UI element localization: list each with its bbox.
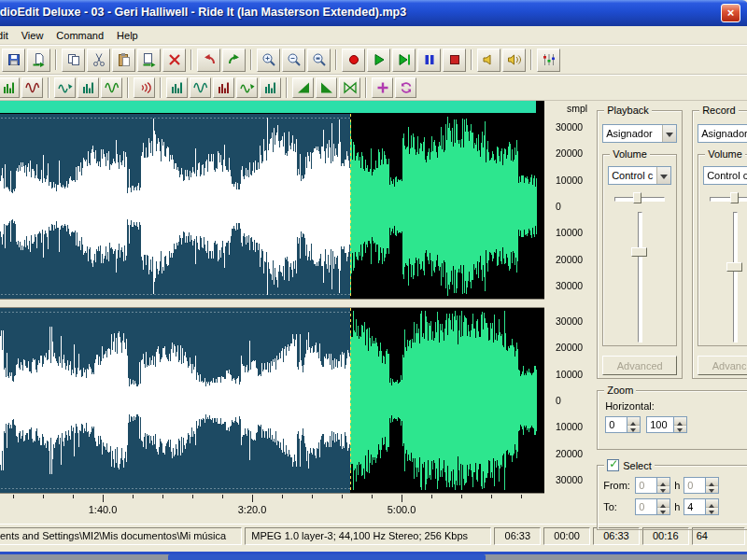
- menu-view[interactable]: View: [15, 28, 50, 43]
- toolbar-separator: [55, 49, 57, 70]
- eq-icon: [263, 80, 278, 95]
- record-volume-slider[interactable]: [725, 212, 745, 343]
- waveform-area: 1:40.03:20.05:00.0: [0, 101, 544, 524]
- select-to-minutes-spinner[interactable]: 4: [684, 498, 719, 515]
- fade-out-button[interactable]: [316, 77, 337, 98]
- zoom-selection-button[interactable]: [307, 49, 331, 72]
- select-checkbox[interactable]: [607, 459, 619, 471]
- effect-eq-5-button[interactable]: [260, 77, 281, 98]
- spin-value: 0: [635, 477, 657, 494]
- playback-advanced-button[interactable]: Advanced: [602, 356, 677, 375]
- paste-button[interactable]: [112, 49, 135, 72]
- spin-up-icon[interactable]: [627, 417, 640, 426]
- record-volume-device-combo[interactable]: Control c: [703, 166, 747, 185]
- insert-button[interactable]: [372, 77, 393, 98]
- scale-tick-label: 30000: [544, 281, 587, 290]
- slider-thumb[interactable]: [726, 262, 742, 272]
- cut-button[interactable]: [87, 49, 110, 72]
- playback-volume-device-combo[interactable]: Control c: [608, 166, 671, 185]
- slider-thumb[interactable]: [633, 192, 641, 203]
- monitor-button[interactable]: [502, 49, 526, 72]
- playback-volume-group: Volume Control c: [602, 154, 677, 346]
- record-button[interactable]: [342, 49, 365, 72]
- delete-icon: [167, 52, 182, 67]
- mixer-button[interactable]: [537, 49, 560, 72]
- fade-in-button[interactable]: [292, 77, 314, 98]
- effect-wave-6-button[interactable]: [236, 77, 258, 98]
- paste-mix-button[interactable]: [137, 49, 161, 72]
- spin-up-icon[interactable]: [657, 478, 669, 486]
- spin-up-icon[interactable]: [706, 478, 718, 486]
- record-volume-group: Volume Control c: [698, 154, 747, 346]
- close-button[interactable]: ×: [721, 4, 740, 22]
- control-panel: Playback Asignador Volume Control c: [587, 101, 747, 524]
- select-to-label: To:: [603, 501, 631, 512]
- timeline-ruler[interactable]: 1:40.03:20.05:00.0: [0, 493, 544, 524]
- timeline-minor-tick: [133, 495, 134, 498]
- dropdown-arrow-icon[interactable]: [662, 125, 676, 142]
- zoom-out-button[interactable]: [282, 49, 305, 72]
- effect-eq-4-button[interactable]: [213, 77, 234, 98]
- copy-button[interactable]: [62, 49, 85, 72]
- zoom-scale-spinner[interactable]: 100: [646, 416, 687, 433]
- effect-eq-3-button[interactable]: [166, 77, 188, 98]
- timeline-minor-tick: [222, 495, 223, 498]
- zoom-value-spinner[interactable]: 0: [605, 416, 641, 433]
- pause-button[interactable]: [417, 49, 441, 72]
- menu-command[interactable]: Command: [49, 28, 110, 43]
- eq-icon: [170, 80, 185, 95]
- volume-button[interactable]: [477, 49, 500, 72]
- spin-down-icon[interactable]: [627, 426, 640, 433]
- record-advanced-button[interactable]: Advanced: [698, 356, 747, 375]
- play-button[interactable]: [367, 49, 390, 72]
- scale-unit-label: smpl: [544, 101, 587, 114]
- effect-eq-1-button[interactable]: [0, 77, 20, 98]
- slider-thumb[interactable]: [631, 247, 647, 257]
- loop-button[interactable]: [395, 77, 416, 98]
- spin-up-icon[interactable]: [706, 499, 718, 508]
- dropdown-arrow-icon[interactable]: [656, 167, 670, 184]
- export-button[interactable]: [27, 49, 50, 72]
- menu-help[interactable]: Help: [110, 28, 145, 43]
- undo-button[interactable]: [197, 49, 220, 72]
- effect-wave-2-button[interactable]: [21, 77, 43, 98]
- redo-button[interactable]: [222, 49, 246, 72]
- select-from-minutes-spinner[interactable]: 0: [684, 477, 719, 494]
- taskbar-button[interactable]: [168, 554, 486, 560]
- spin-up-icon[interactable]: [657, 499, 669, 508]
- spin-down-icon[interactable]: [706, 486, 718, 494]
- effect-wave-4-button[interactable]: [101, 77, 122, 98]
- playback-volume-slider[interactable]: [629, 212, 650, 343]
- slider-thumb[interactable]: [730, 192, 739, 203]
- record-device-combo[interactable]: Asignador: [698, 124, 747, 143]
- waveform-right-channel[interactable]: [0, 308, 544, 493]
- select-to-hours-spinner[interactable]: 0: [635, 498, 670, 515]
- delete-button[interactable]: [162, 49, 186, 72]
- scale-tick-label: 20000: [544, 343, 587, 352]
- spin-down-icon[interactable]: [706, 508, 718, 515]
- spin-down-icon[interactable]: [657, 486, 669, 494]
- save-button[interactable]: [2, 49, 25, 72]
- wave-icon: [105, 80, 120, 95]
- play-selection-button[interactable]: [392, 49, 416, 72]
- title-bar[interactable]: AudioEdit Deluxe - 03 - Geri Halliwell -…: [0, 0, 747, 26]
- zoom-in-button[interactable]: [257, 49, 280, 72]
- record-balance-slider[interactable]: [710, 191, 747, 204]
- spin-down-icon[interactable]: [674, 426, 686, 433]
- select-from-hours-spinner[interactable]: 0: [635, 477, 670, 494]
- playback-balance-slider[interactable]: [614, 191, 665, 204]
- spin-down-icon[interactable]: [657, 508, 669, 515]
- play-icon: [372, 52, 387, 67]
- stop-button[interactable]: [443, 49, 466, 72]
- effect-wave-5-button[interactable]: [190, 77, 211, 98]
- spin-up-icon[interactable]: [674, 417, 686, 426]
- waveform-left-channel[interactable]: [0, 114, 544, 299]
- echo-button[interactable]: [134, 77, 155, 98]
- menu-edit[interactable]: Edit: [0, 28, 15, 43]
- playback-device-combo[interactable]: Asignador: [602, 124, 677, 143]
- crossfade-button[interactable]: [339, 77, 360, 98]
- zoomsel-icon: [312, 52, 327, 67]
- effect-eq-2-button[interactable]: [78, 77, 99, 98]
- overview-bar[interactable]: [0, 101, 544, 114]
- effect-wave-3-button[interactable]: [54, 77, 76, 98]
